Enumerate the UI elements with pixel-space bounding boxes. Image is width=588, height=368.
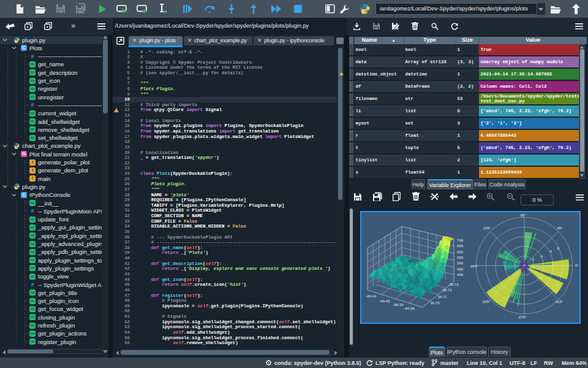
svg-text:2: 2 bbox=[532, 258, 534, 261]
svg-text:8: 8 bbox=[557, 247, 559, 250]
svg-text:-84.39: -84.39 bbox=[393, 302, 404, 307]
svg-text:450: 450 bbox=[457, 267, 464, 271]
svg-text:90°: 90° bbox=[520, 213, 526, 217]
svg-text:270°: 270° bbox=[519, 315, 527, 319]
svg-text:6: 6 bbox=[550, 250, 552, 253]
svg-text:45°: 45° bbox=[557, 226, 563, 230]
svg-text:180°: 180° bbox=[470, 264, 478, 268]
svg-text:315°: 315° bbox=[556, 299, 564, 304]
svg-text:-84.38: -84.38 bbox=[404, 306, 415, 310]
svg-text:36.71: 36.71 bbox=[437, 294, 447, 299]
svg-text:400: 400 bbox=[457, 272, 464, 277]
svg-text:550: 550 bbox=[457, 255, 464, 259]
svg-text:700: 700 bbox=[457, 238, 464, 242]
svg-text:36.72: 36.72 bbox=[442, 288, 452, 292]
svg-text:-84.40: -84.40 bbox=[379, 299, 390, 303]
svg-text:600: 600 bbox=[457, 250, 464, 254]
svg-text:36.70: 36.70 bbox=[430, 301, 440, 305]
svg-text:500: 500 bbox=[457, 261, 464, 265]
svg-text:-84.41: -84.41 bbox=[366, 294, 377, 298]
svg-text:650: 650 bbox=[457, 243, 464, 248]
svg-text:0°: 0° bbox=[575, 263, 579, 267]
svg-text:225°: 225° bbox=[483, 299, 491, 304]
svg-text:135°: 135° bbox=[483, 226, 491, 230]
svg-text:36.73: 36.73 bbox=[449, 282, 459, 286]
svg-text:4: 4 bbox=[541, 255, 543, 258]
